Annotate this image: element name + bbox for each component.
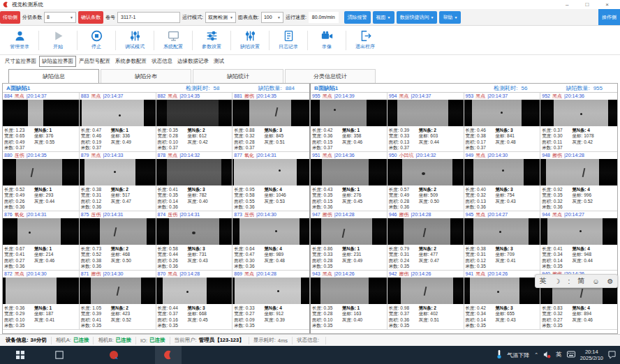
action-defectset[interactable]: 缺陷设置 xyxy=(232,30,268,50)
close-button[interactable]: × xyxy=(605,1,609,8)
hidden-icons-chevron[interactable]: ⌃ xyxy=(534,352,538,358)
defect-cell[interactable]: 876氧化|20:14:31长度: 0.67宽度: 0.41面积: 0.27米数… xyxy=(3,211,80,271)
defect-cell[interactable]: 944黑点|20:14:27长度: 0.41宽度: 0.34面积: 0.14米数… xyxy=(540,211,617,271)
drive-side-button[interactable]: 传动侧 xyxy=(0,11,20,24)
lang-english-button[interactable]: 英 xyxy=(540,276,547,286)
weather-text[interactable]: 气温下降 xyxy=(507,351,529,359)
sub-tab-1[interactable]: 缺陷分布 xyxy=(101,69,191,83)
defect-image[interactable] xyxy=(388,100,464,126)
defect-cell[interactable]: 869黑点|20:14:28长度: 0.33宽度: 0.27面积: 0.09米数… xyxy=(232,271,309,330)
split-count-select[interactable]: 8▼ xyxy=(44,12,76,23)
chart-points-select[interactable]: 100▼ xyxy=(261,12,283,23)
operate-side-button[interactable]: 操作侧 xyxy=(598,9,620,25)
defect-cell[interactable]: 949黑点|20:14:30长度: 0.40宽度: 0.32面积: 0.13米数… xyxy=(464,152,541,211)
defect-cell[interactable]: 946擦伤|20:14:28长度: 0.79宽度: 0.31面积: 0.24米数… xyxy=(388,211,464,271)
defect-cell[interactable]: 948擦伤|20:14:28长度: 0.92宽度: 0.35面积: 0.32米数… xyxy=(540,152,617,211)
action-login[interactable]: 管理登录 xyxy=(1,30,38,50)
defect-cell[interactable]: 881擦伤|20:14:35长度: 0.88宽度: 0.32面积: 0.28米数… xyxy=(232,93,309,152)
defect-image[interactable] xyxy=(388,278,464,304)
main-tab-4[interactable]: 状态信息 xyxy=(149,56,175,66)
defect-cell[interactable]: 870黑点|20:14:28长度: 0.44宽度: 0.37面积: 0.16米数… xyxy=(156,271,233,330)
defect-image[interactable] xyxy=(232,278,309,304)
defect-cell[interactable]: 871擦伤|20:14:30长度: 1.05宽度: 0.39面积: 0.41米数… xyxy=(80,271,156,330)
defect-cell[interactable]: 943黑点|20:14:26长度: 0.35宽度: 0.28面积: 0.10米数… xyxy=(311,271,388,330)
defect-cell[interactable]: 952黑点|20:14:36长度: 0.37宽度: 0.30面积: 0.11米数… xyxy=(540,93,617,152)
defect-cell[interactable]: 874压伤|20:14:31长度: 0.58宽度: 0.44面积: 0.26米数… xyxy=(156,211,233,271)
input-language-indicator[interactable]: 英 xyxy=(556,351,562,359)
defect-image[interactable] xyxy=(232,159,309,185)
defect-image[interactable] xyxy=(80,218,156,245)
defect-cell[interactable]: 953黑点|20:14:37长度: 0.46宽度: 0.38面积: 0.17米数… xyxy=(464,93,541,152)
defect-image[interactable] xyxy=(156,100,232,126)
task-view-button[interactable] xyxy=(46,346,73,364)
lang-simplified-button[interactable]: 简 xyxy=(577,276,584,286)
settings-gear-icon[interactable]: ⚙ xyxy=(607,278,613,285)
defect-image[interactable] xyxy=(388,218,464,245)
defect-image[interactable] xyxy=(540,159,617,185)
defect-cell[interactable]: 878黑点|20:14:32长度: 0.41宽度: 0.35面积: 0.14米数… xyxy=(156,152,233,211)
defect-image[interactable] xyxy=(156,278,232,304)
defect-cell[interactable]: 882黑点|20:14:35长度: 0.35宽度: 0.28面积: 0.10米数… xyxy=(156,93,233,152)
defect-image[interactable] xyxy=(311,159,387,185)
sub-tab-3[interactable]: 分类信息统计 xyxy=(285,69,376,83)
defect-cell[interactable]: 875压伤|20:14:31长度: 0.73宽度: 0.52面积: 0.38米数… xyxy=(80,211,156,271)
main-tab-1[interactable]: 缺陷监控界面 xyxy=(39,56,76,67)
action-stop[interactable]: 停止 xyxy=(78,30,115,50)
defect-cell[interactable]: 873压伤|20:14:30长度: 0.64宽度: 0.47面积: 0.30米数… xyxy=(232,211,309,271)
defect-image[interactable] xyxy=(80,278,156,304)
defect-image[interactable] xyxy=(3,100,79,126)
help-menu-button[interactable]: 帮助▼ xyxy=(439,11,461,24)
action-record[interactable]: 录像 xyxy=(309,30,345,50)
keyboard-icon[interactable] xyxy=(567,351,575,359)
defect-image[interactable] xyxy=(232,100,309,126)
defect-cell[interactable]: 955黑点|20:14:39长度: 0.42宽度: 0.36面积: 0.15米数… xyxy=(311,93,388,152)
defect-cell[interactable]: 879黑点|20:14:33长度: 0.38宽度: 0.31面积: 0.12米数… xyxy=(80,152,156,211)
data-access-menu-button[interactable]: 数据快捷访问▼ xyxy=(397,11,438,24)
defect-image[interactable] xyxy=(311,100,387,126)
defect-image[interactable] xyxy=(3,278,79,304)
input-method-bar[interactable]: 英☽:简☺⚙ xyxy=(535,274,618,288)
defect-image[interactable] xyxy=(464,100,540,126)
defect-cell[interactable]: 877氧化|20:14:31长度: 0.95宽度: 0.58面积: 0.55米数… xyxy=(232,152,309,211)
defect-cell[interactable]: 872黑点|20:14:30长度: 0.36宽度: 0.29面积: 0.10米数… xyxy=(3,271,80,330)
taskbar-app-icon[interactable] xyxy=(101,346,127,364)
defect-cell[interactable]: 880压伤|20:14:35长度: 0.52宽度: 0.49面积: 0.26米数… xyxy=(3,152,80,211)
action-exit[interactable]: 退出程序 xyxy=(347,30,383,50)
defect-cell[interactable]: 950小凹坑|20:14:32长度: 0.57宽度: 0.49面积: 0.28米… xyxy=(388,152,464,211)
defect-image[interactable] xyxy=(232,218,309,245)
action-sysconf[interactable]: 系统配置 xyxy=(155,30,191,50)
defect-image[interactable] xyxy=(311,278,387,304)
minimize-button[interactable]: – xyxy=(566,1,568,8)
main-tab-6[interactable]: 测试 xyxy=(212,56,226,66)
defect-cell[interactable]: 941黑点|20:14:26长度: 0.42宽度: 0.34面积: 0.14米数… xyxy=(464,271,541,330)
clear-alarm-button[interactable]: 清除报警 xyxy=(344,11,371,24)
sub-tab-0[interactable]: 缺陷信息 xyxy=(8,69,99,83)
main-tab-0[interactable]: 尺寸监控界面 xyxy=(3,56,38,66)
main-tab-5[interactable]: 边缘数据记录 xyxy=(175,56,211,66)
defect-image[interactable] xyxy=(464,159,540,185)
defect-cell[interactable]: 947擦伤|20:14:28长度: 0.86宽度: 0.33面积: 0.28米数… xyxy=(311,211,388,271)
maximize-button[interactable]: □ xyxy=(585,1,589,8)
taskbar-clock[interactable]: 20:14 2025/2/10 xyxy=(580,349,603,361)
defect-cell[interactable]: 884黑点|20:14:37长度: 1.23宽度: 0.65面积: 0.49米数… xyxy=(3,93,80,152)
defect-image[interactable] xyxy=(311,218,387,245)
defect-cell[interactable]: 954黑点|20:14:37长度: 0.39宽度: 0.33面积: 0.13米数… xyxy=(388,93,464,152)
defect-image[interactable] xyxy=(156,159,232,185)
defect-cell[interactable]: 945黑点|20:14:27长度: 0.38宽度: 0.31面积: 0.12米数… xyxy=(464,211,541,271)
notification-icon[interactable] xyxy=(608,351,616,360)
defect-image[interactable] xyxy=(156,218,232,245)
defect-image[interactable] xyxy=(3,159,79,185)
defect-image[interactable] xyxy=(80,100,156,126)
action-start[interactable]: 开始 xyxy=(40,30,76,50)
defect-image[interactable] xyxy=(388,159,464,185)
defect-image[interactable] xyxy=(540,100,617,126)
defect-cell[interactable]: 951黑点|20:14:36长度: 0.43宽度: 0.35面积: 0.15米数… xyxy=(311,152,388,211)
run-mode-select[interactable]: 双面检测▼ xyxy=(205,12,236,23)
defect-image[interactable] xyxy=(80,159,156,185)
defect-image[interactable] xyxy=(464,278,540,304)
defect-cell[interactable]: 942擦伤|20:14:26长度: 0.98宽度: 0.37面积: 0.36米数… xyxy=(388,271,464,330)
sub-tab-2[interactable]: 缺陷统计 xyxy=(193,69,283,83)
action-log[interactable]: 日志记录 xyxy=(270,30,307,50)
defect-image[interactable] xyxy=(540,218,617,245)
action-params[interactable]: 参数设置 xyxy=(193,30,230,50)
